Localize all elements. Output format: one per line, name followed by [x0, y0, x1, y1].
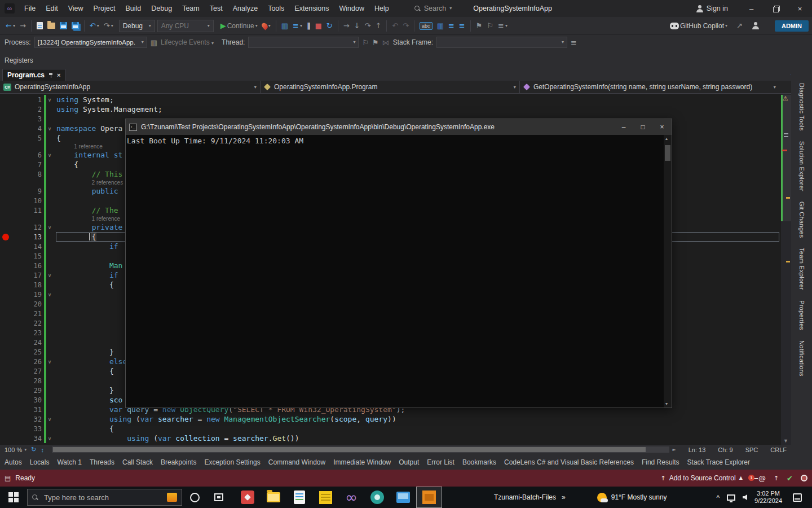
menu-icon[interactable]: ≡: [571, 39, 577, 46]
scrollbar-thumb[interactable]: [53, 447, 646, 452]
panel-tab-watch-1[interactable]: Watch 1: [57, 458, 82, 466]
side-tab-properties[interactable]: Properties: [798, 300, 805, 330]
solution-platform-dropdown[interactable]: Any CPU▾: [157, 20, 214, 32]
show-next-statement-button[interactable]: →: [341, 21, 352, 30]
action-center-icon[interactable]: [793, 493, 802, 502]
solution-configuration-dropdown[interactable]: Debug▾: [119, 20, 155, 32]
stack-frame-dropdown[interactable]: ▾: [436, 37, 567, 48]
start-button[interactable]: [0, 487, 27, 508]
flag-filled-icon[interactable]: ⚑: [372, 39, 379, 46]
toggle-bookmark-button[interactable]: ⚑: [474, 21, 485, 30]
app-icon-console-orange[interactable]: [416, 487, 442, 508]
panel-tab-find-results[interactable]: Find Results: [642, 458, 679, 466]
window-layout-button[interactable]: ▥: [279, 21, 290, 30]
save-button[interactable]: [58, 21, 69, 30]
editor-vertical-scrollbar[interactable]: ⚠ ▼: [781, 94, 791, 445]
save-all-button[interactable]: [69, 21, 81, 30]
feedback-button[interactable]: [749, 21, 765, 30]
break-all-button[interactable]: ‖: [304, 21, 313, 30]
split-icon[interactable]: ↕: [41, 446, 44, 453]
menu-debug[interactable]: Debug: [146, 0, 177, 17]
codelens-reference-label[interactable]: 1 reference: [92, 216, 121, 222]
hot-reload-button[interactable]: ▾: [260, 21, 273, 30]
menu-test[interactable]: Test: [205, 0, 228, 17]
fold-collapse-icon[interactable]: ∨: [46, 417, 53, 422]
background-tasks-icon[interactable]: ▤: [5, 474, 11, 482]
menu-window[interactable]: Window: [334, 0, 369, 17]
panel-tab-codelens-c-and-visual-basic-references[interactable]: CodeLens C# and Visual Basic References: [504, 458, 634, 466]
previous-bookmark-button[interactable]: ⚐: [484, 21, 496, 30]
taskbar-search-input[interactable]: [43, 493, 162, 502]
tab-close-icon[interactable]: ×: [57, 72, 60, 78]
step-over-button[interactable]: ↷: [362, 21, 373, 30]
diagnostics-button[interactable]: ▥: [435, 21, 446, 30]
menu-file[interactable]: File: [19, 0, 41, 17]
open-file-button[interactable]: [45, 21, 58, 30]
panel-tab-threads[interactable]: Threads: [90, 458, 114, 466]
panel-tab-bookmarks[interactable]: Bookmarks: [462, 458, 496, 466]
tray-expand-icon[interactable]: ^: [716, 494, 720, 502]
fold-collapse-icon[interactable]: ∨: [46, 292, 53, 297]
publish-icon[interactable]: ↑: [774, 475, 779, 481]
admin-button[interactable]: ADMIN: [775, 20, 809, 32]
line-numbers-button[interactable]: ≡: [457, 21, 467, 30]
navigate-forward-button[interactable]: →: [17, 21, 28, 30]
scroll-up-icon[interactable]: ▴: [665, 136, 668, 141]
side-tab-git-changes[interactable]: Git Changes: [798, 202, 805, 238]
codelens-reference-label[interactable]: 2 references: [92, 179, 123, 186]
app-icon-file-explorer[interactable]: [261, 487, 286, 508]
app-icon-document[interactable]: [286, 487, 312, 508]
suppress-icon[interactable]: ⋈: [382, 39, 390, 46]
pin-icon[interactable]: [48, 72, 53, 78]
console-maximize-button[interactable]: □: [633, 119, 652, 135]
thread-dropdown[interactable]: ▾: [248, 37, 359, 48]
app-icon-visual-studio[interactable]: ∞: [338, 487, 364, 508]
side-tab-solution-explorer[interactable]: Solution Explorer: [798, 141, 805, 191]
volume-icon[interactable]: [743, 494, 747, 500]
console-window[interactable]: ›_ G:\Tzunami\Test Projects\OperatingSys…: [125, 119, 672, 408]
console-scrollbar[interactable]: ▴ ▾: [664, 135, 672, 408]
panel-tab-command-window[interactable]: Command Window: [268, 458, 325, 466]
navigate-back-button[interactable]: ←▾: [3, 21, 17, 30]
find-symbol-toggle[interactable]: abc: [417, 21, 435, 31]
side-tab-notifications[interactable]: Notifications: [798, 340, 805, 376]
bookmark-window-button[interactable]: ≡▾: [496, 21, 510, 30]
restart-button[interactable]: ↻: [324, 21, 335, 30]
menu-extensions[interactable]: Extensions: [289, 0, 334, 17]
document-outline-button[interactable]: ≡▾: [290, 21, 304, 30]
continue-button[interactable]: ▶Continue▾: [218, 21, 260, 31]
menu-help[interactable]: Help: [369, 0, 394, 17]
app-icon-remote-desktop[interactable]: [390, 487, 416, 508]
add-to-source-control-button[interactable]: ↑ Add to Source Control ▲: [660, 474, 742, 482]
panel-tab-error-list[interactable]: Error List: [427, 458, 454, 466]
close-button[interactable]: ×: [788, 0, 812, 17]
restore-button[interactable]: [764, 0, 788, 17]
editor-horizontal-scrollbar[interactable]: [52, 446, 669, 453]
side-tab-diagnostic-tools[interactable]: Diagnostic Tools: [798, 83, 805, 131]
code-line-33[interactable]: 33 {: [0, 424, 781, 433]
cortana-button[interactable]: [190, 493, 200, 502]
task-view-button[interactable]: [214, 493, 223, 501]
taskbar-clock[interactable]: 3:02 PM 9/22/2024: [754, 490, 782, 505]
menu-project[interactable]: Project: [89, 0, 121, 17]
taskbar-toolbar[interactable]: Tzunami-Batch-Files »: [494, 493, 566, 501]
feedback-icon[interactable]: @: [758, 475, 766, 482]
app-icon-red[interactable]: [235, 487, 261, 508]
fold-collapse-icon[interactable]: ∨: [46, 273, 53, 278]
menu-team[interactable]: Team: [177, 0, 205, 17]
scroll-down-icon[interactable]: ▾: [665, 401, 668, 406]
share-button[interactable]: ↗: [734, 21, 745, 30]
lifecycle-events-dropdown[interactable]: Lifecycle Events ▾: [161, 38, 214, 46]
step-out-button[interactable]: ↑: [373, 21, 383, 30]
panel-tab-breakpoints[interactable]: Breakpoints: [161, 458, 196, 466]
fold-collapse-icon[interactable]: ∨: [46, 126, 53, 132]
sync-icon[interactable]: ↻: [31, 446, 36, 453]
menu-tools[interactable]: Tools: [263, 0, 289, 17]
menu-view[interactable]: View: [63, 0, 89, 17]
member-dropdown[interactable]: GetOperatingSystemInfo(string name, stri…: [520, 81, 779, 94]
console-title-bar[interactable]: ›_ G:\Tzunami\Test Projects\OperatingSys…: [126, 119, 672, 135]
fold-collapse-icon[interactable]: ∨: [46, 225, 53, 230]
app-icon-sticky-notes[interactable]: [312, 487, 338, 508]
panel-tab-autos[interactable]: Autos: [5, 458, 22, 466]
menu-analyze[interactable]: Analyze: [228, 0, 263, 17]
